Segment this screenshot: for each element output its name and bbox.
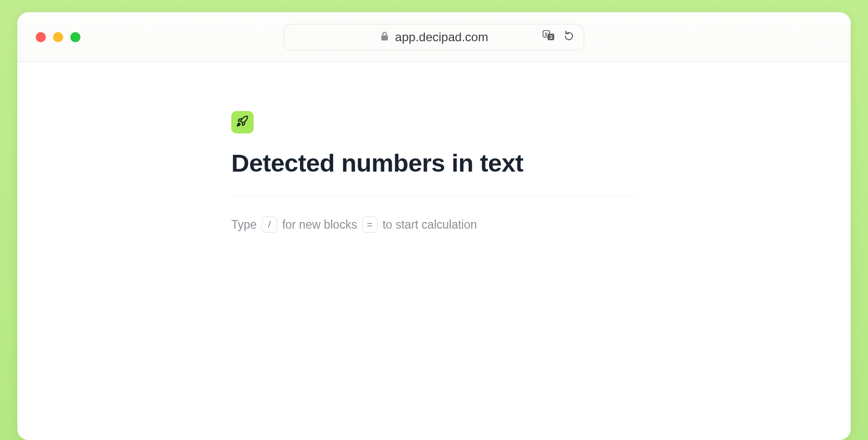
- address-bar-url: app.decipad.com: [395, 30, 489, 44]
- placeholder-text: for new blocks: [282, 218, 357, 232]
- lock-icon: [380, 30, 389, 44]
- placeholder-text: to start calculation: [383, 218, 477, 232]
- editor-placeholder[interactable]: Type / for new blocks = to start calcula…: [231, 216, 637, 233]
- address-bar-actions: [542, 30, 575, 45]
- slash-key-chip: /: [262, 216, 277, 233]
- window-close-button[interactable]: [36, 32, 46, 42]
- address-bar-content: app.decipad.com: [380, 30, 489, 44]
- reload-icon[interactable]: [563, 30, 575, 45]
- browser-viewport: Detected numbers in text Type / for new …: [17, 62, 851, 440]
- address-bar[interactable]: app.decipad.com: [284, 24, 584, 50]
- document-container: Detected numbers in text Type / for new …: [231, 62, 637, 233]
- window-controls: [36, 32, 80, 42]
- browser-window: app.decipad.com: [17, 12, 851, 440]
- document-icon-badge[interactable]: [231, 111, 254, 133]
- window-zoom-button[interactable]: [70, 32, 80, 42]
- rocket-icon: [236, 115, 249, 130]
- svg-rect-0: [381, 35, 388, 40]
- translate-icon[interactable]: [542, 30, 556, 45]
- window-minimize-button[interactable]: [53, 32, 63, 42]
- browser-chrome: app.decipad.com: [17, 12, 851, 62]
- equals-key-chip: =: [362, 216, 377, 233]
- placeholder-text: Type: [231, 218, 257, 232]
- document-title[interactable]: Detected numbers in text: [231, 149, 637, 196]
